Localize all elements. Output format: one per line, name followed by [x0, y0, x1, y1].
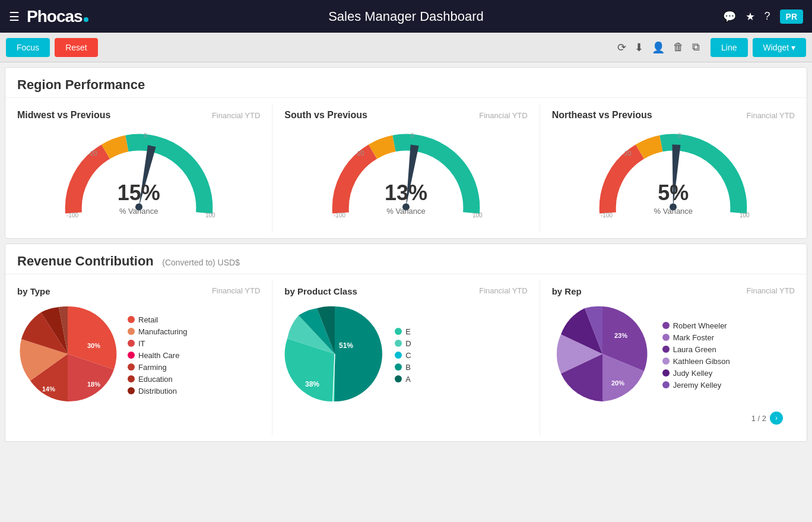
- south-gauge-container: South vs Previous Financial YTD -100 0 1…: [272, 104, 540, 232]
- legend-robert-wheeler: Robert Wheeler: [662, 321, 730, 330]
- legend-d: D: [395, 339, 411, 348]
- manufacturing-color: [128, 328, 135, 335]
- by-rep-header: by Rep Financial YTD: [552, 286, 795, 296]
- help-icon[interactable]: ?: [765, 10, 770, 23]
- south-gauge-value-container: 13% % Variance: [385, 181, 427, 216]
- legend-c: C: [395, 351, 411, 360]
- legend-retail: Retail: [128, 315, 187, 324]
- education-label: Education: [138, 375, 173, 384]
- pagination-next[interactable]: ›: [770, 412, 783, 425]
- midwest-gauge-period: Financial YTD: [212, 111, 260, 120]
- legend-e: E: [395, 327, 411, 336]
- svg-text:100: 100: [740, 212, 750, 219]
- svg-text:0: 0: [411, 132, 414, 139]
- midwest-gauge-title: Midwest vs Previous: [17, 110, 110, 121]
- svg-text:-20: -20: [356, 150, 364, 157]
- retail-color: [128, 316, 135, 323]
- b-label: B: [405, 363, 411, 372]
- by-rep-legend: Robert Wheeler Mark Foster Laura Green: [662, 321, 730, 390]
- toolbar-icon-group: ⟳ ⬇ 👤 🗑 ⧉: [617, 41, 700, 54]
- svg-text:30%: 30%: [87, 342, 100, 349]
- legend-a: A: [395, 375, 411, 384]
- message-icon[interactable]: 💬: [723, 10, 736, 23]
- revenue-contribution-header: Revenue Contribution (Converted to) USD$: [5, 244, 807, 274]
- northeast-gauge-label: % Variance: [654, 207, 693, 216]
- revenue-contribution-subtitle: (Converted to) USD$: [162, 258, 240, 267]
- by-type-title: by Type: [17, 286, 50, 296]
- legend-it: IT: [128, 339, 187, 348]
- midwest-gauge-wrapper: -100 0 100 -20 15% % Variance: [17, 125, 260, 226]
- avatar-button[interactable]: PR: [780, 10, 803, 24]
- by-product-class-period: Financial YTD: [479, 286, 527, 296]
- by-rep-period: Financial YTD: [747, 286, 795, 296]
- delete-icon[interactable]: 🗑: [673, 41, 684, 53]
- by-product-class-chart: 51% 38%: [284, 303, 385, 404]
- revenue-contribution-content: by Type Financial YTD: [5, 274, 807, 441]
- farming-color: [128, 363, 135, 371]
- by-type-header: by Type Financial YTD: [17, 286, 260, 296]
- by-product-class-header: by Product Class Financial YTD: [284, 286, 527, 296]
- d-color: [395, 340, 402, 347]
- c-label: C: [405, 351, 411, 360]
- e-label: E: [405, 327, 411, 336]
- manufacturing-label: Manufacturing: [138, 327, 187, 336]
- svg-text:0: 0: [144, 132, 147, 139]
- midwest-gauge-value: 15%: [118, 181, 160, 205]
- region-performance-content: Midwest vs Previous Financial YTD -100: [5, 98, 807, 238]
- northeast-gauge-container: Northeast vs Previous Financial YTD -100…: [540, 104, 807, 232]
- logo-text: Phocas: [27, 7, 83, 26]
- mark-color: [662, 334, 670, 341]
- reset-button[interactable]: Reset: [55, 38, 98, 57]
- farming-label: Farming: [138, 363, 167, 372]
- legend-health-care: Health Care: [128, 351, 187, 360]
- midwest-gauge-value-container: 15% % Variance: [118, 181, 160, 216]
- star-icon[interactable]: ★: [746, 10, 755, 23]
- d-label: D: [405, 339, 411, 348]
- svg-text:-20: -20: [623, 150, 632, 157]
- download-icon[interactable]: ⬇: [635, 41, 643, 54]
- midwest-gauge-header: Midwest vs Previous Financial YTD: [17, 110, 260, 121]
- by-product-class-title: by Product Class: [284, 286, 357, 296]
- b-color: [395, 363, 402, 371]
- svg-text:51%: 51%: [339, 341, 353, 350]
- by-type-chart: 30% 18% 14%: [17, 303, 118, 404]
- menu-icon[interactable]: ☰: [9, 10, 20, 24]
- logo: Phocas: [27, 7, 88, 26]
- copy-icon[interactable]: ⧉: [692, 41, 700, 53]
- svg-text:100: 100: [205, 212, 215, 219]
- jeremy-label: Jeremy Kelley: [673, 381, 722, 390]
- legend-mark-foster: Mark Foster: [662, 333, 730, 342]
- by-type-period: Financial YTD: [212, 286, 260, 296]
- legend-jeremy-kelley: Jeremy Kelley: [662, 381, 730, 390]
- legend-education: Education: [128, 375, 187, 384]
- kathleen-color: [662, 358, 670, 365]
- northeast-gauge-header: Northeast vs Previous Financial YTD: [552, 110, 795, 121]
- svg-text:18%: 18%: [87, 381, 100, 388]
- by-type-svg-wrap: 30% 18% 14%: [17, 303, 118, 407]
- judy-color: [662, 369, 670, 377]
- user-icon[interactable]: 👤: [652, 41, 665, 54]
- judy-label: Judy Kelley: [673, 369, 712, 378]
- legend-kathleen-gibson: Kathleen Gibson: [662, 357, 730, 366]
- northeast-gauge-wrapper: -100 0 100 -20 5% % Variance: [552, 125, 795, 226]
- robert-color: [662, 322, 670, 329]
- health-care-label: Health Care: [138, 351, 179, 360]
- region-performance-title: Region Performance: [17, 77, 145, 92]
- svg-text:0: 0: [678, 132, 681, 139]
- svg-text:-100: -100: [601, 212, 613, 219]
- widget-button[interactable]: Widget ▾: [753, 38, 806, 57]
- e-color: [395, 328, 402, 335]
- legend-farming: Farming: [128, 363, 187, 372]
- legend-laura-green: Laura Green: [662, 345, 730, 354]
- a-label: A: [405, 375, 411, 384]
- dashboard-title: Sales Manager Dashboard: [328, 9, 484, 24]
- refresh-icon[interactable]: ⟳: [617, 41, 626, 54]
- by-type-container: by Type Financial YTD: [5, 280, 272, 435]
- south-gauge-title: South vs Previous: [284, 110, 367, 121]
- svg-text:100: 100: [472, 212, 483, 219]
- line-button[interactable]: Line: [710, 38, 747, 57]
- focus-button[interactable]: Focus: [6, 38, 50, 57]
- south-gauge-value: 13%: [385, 181, 427, 205]
- laura-color: [662, 346, 670, 353]
- by-product-class-body: 51% 38% E D: [284, 303, 527, 407]
